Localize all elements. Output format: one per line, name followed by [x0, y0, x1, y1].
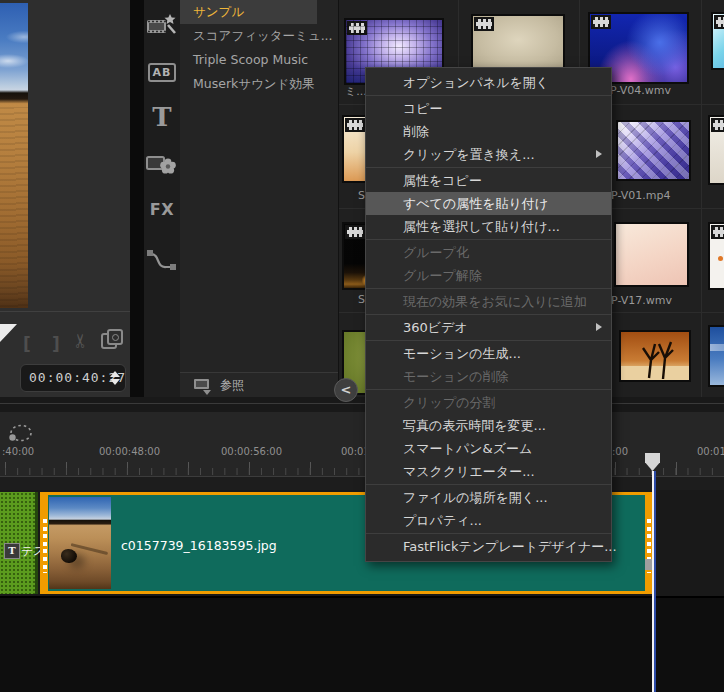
- menu-item-ungroup: グループ解除: [366, 264, 611, 287]
- menu-item-properties[interactable]: プロパティ...: [366, 509, 611, 532]
- loop-region-icon[interactable]: [8, 422, 34, 446]
- ruler-label: :40:00: [2, 446, 34, 457]
- video-film-badge-icon: [711, 225, 724, 239]
- video-film-badge-icon: [345, 225, 365, 239]
- menu-item-copy[interactable]: コピー: [366, 97, 611, 120]
- player-controls: [ ] ✂ 00:00:40:27: [0, 312, 130, 397]
- menu-separator: [366, 95, 611, 96]
- clip-filename: c0157739_16183595.jpg: [121, 538, 277, 553]
- category-item-sample[interactable]: サンプル: [180, 0, 317, 24]
- menu-item-replace-clip[interactable]: クリップを置き換え...: [366, 143, 611, 166]
- menu-item-360-video[interactable]: 360ビデオ: [366, 316, 611, 339]
- ruler-label: 00:00:48:00: [99, 446, 160, 457]
- menu-item-fastflick-template-designer[interactable]: FastFlickテンプレートデザイナー...: [366, 535, 611, 558]
- motion-tracking-icon[interactable]: [144, 248, 180, 282]
- category-item-muserk[interactable]: Muserkサウンド効果: [180, 72, 338, 96]
- menu-separator: [366, 389, 611, 390]
- trim-handle-dots: [43, 519, 47, 573]
- clip-context-menu: オプションパネルを開く コピー 削除 クリップを置き換え... 属性をコピー す…: [365, 67, 612, 562]
- menu-item-smart-pan-zoom[interactable]: スマートパン&ズーム: [366, 437, 611, 460]
- thumbnail-label-fragment: S: [358, 293, 365, 306]
- thumbnail-cream[interactable]: [471, 14, 565, 71]
- thumbnail-label: P-V04.wmv: [610, 84, 671, 97]
- thumbnail-label-fragment: ミ...: [345, 84, 367, 99]
- divider-line: [0, 403, 724, 404]
- transition-icon-glyph: AB: [148, 63, 176, 82]
- thumbnail-disco-diagonal[interactable]: [616, 120, 691, 181]
- video-film-badge-icon: [474, 17, 494, 31]
- menu-item-mask-creator[interactable]: マスククリエーター...: [366, 460, 611, 483]
- timeline-empty-area[interactable]: [0, 598, 724, 692]
- mark-in-button[interactable]: [: [23, 334, 31, 354]
- timecode-spin-down[interactable]: [110, 379, 120, 385]
- clip-thumbnail: [49, 497, 111, 589]
- browse-label: 参照: [220, 377, 244, 394]
- ruler-label: 00:00:56:00: [221, 446, 282, 457]
- category-item-triple-scoop[interactable]: Triple Scoop Music: [180, 48, 338, 72]
- thumbnail-label: P-V17.wmv: [611, 294, 672, 307]
- menu-item-open-file-location[interactable]: ファイルの場所を開く...: [366, 486, 611, 509]
- thumbnail-dead-trees[interactable]: [619, 330, 691, 382]
- menu-separator: [366, 533, 611, 534]
- submenu-arrow-icon: [596, 150, 602, 158]
- title-clip-type-icon: T: [4, 543, 20, 559]
- split-clip-scissors-icon[interactable]: ✂: [69, 333, 91, 349]
- video-film-badge-icon: [347, 21, 367, 35]
- overlay-icon[interactable]: [144, 152, 180, 186]
- menu-separator: [366, 239, 611, 240]
- submenu-arrow-icon: [596, 323, 602, 331]
- menu-item-paste-selected-attributes[interactable]: 属性を選択して貼り付け...: [366, 215, 611, 238]
- video-film-badge-icon: [591, 15, 611, 29]
- playhead-line-blue: [654, 471, 656, 692]
- clip-left-trim-handle[interactable]: [43, 495, 48, 591]
- title-icon-glyph: T: [152, 102, 171, 132]
- category-item-scorefitter[interactable]: スコアフィッターミュ...: [180, 24, 338, 48]
- menu-separator: [366, 167, 611, 168]
- copy-icon-front: [107, 329, 123, 345]
- thumbnail-white[interactable]: [708, 222, 724, 290]
- timeline-ruler[interactable]: :40:00 00:00:48:00 00:00:56:00 00:01: :0…: [0, 412, 724, 477]
- title-clip[interactable]: T テス: [0, 492, 38, 594]
- ruler-label: 00:01:1: [697, 446, 724, 457]
- fx-icon-glyph: FX: [150, 200, 174, 219]
- video-film-badge-icon: [711, 118, 724, 132]
- video-film-badge-icon: [714, 15, 724, 29]
- thumbnail-offwhite[interactable]: [708, 115, 724, 185]
- panel-divider: [130, 0, 144, 397]
- preview-panel: [0, 0, 132, 312]
- thumbnail-label-fragment: S: [358, 189, 365, 202]
- menu-item-generate-motion[interactable]: モーションの生成...: [366, 342, 611, 365]
- filter-fx-icon[interactable]: FX: [144, 200, 180, 234]
- instant-project-icon[interactable]: [144, 12, 180, 46]
- thumbnail-dot: [718, 256, 723, 261]
- sailing-stone: [61, 549, 77, 563]
- collapse-panel-button[interactable]: <: [334, 378, 358, 402]
- grid-divider: [701, 0, 702, 397]
- menu-item-delete[interactable]: 削除: [366, 120, 611, 143]
- timecode-spin-up[interactable]: [110, 371, 120, 377]
- ruler-minor-ticks: [0, 468, 724, 475]
- preview-video-frame: [0, 3, 28, 308]
- thumbnail-cyan[interactable]: [711, 12, 724, 70]
- thumbnail-label: P-V01.mp4: [611, 189, 670, 202]
- menu-separator: [366, 340, 611, 341]
- thumbnail-blue-sky[interactable]: [708, 325, 724, 387]
- menu-item-group: グループ化: [366, 241, 611, 264]
- menu-item-paste-all-attributes[interactable]: すべての属性を貼り付け: [366, 192, 611, 215]
- video-editor-window: [ ] ✂ 00:00:40:27 AB: [0, 0, 724, 692]
- trim-marker-icon[interactable]: [0, 324, 17, 342]
- library-category-list: サンプル スコアフィッターミュ... Triple Scoop Music Mu…: [180, 0, 338, 372]
- menu-item-change-photo-duration[interactable]: 写真の表示時間を変更...: [366, 414, 611, 437]
- timecode-field[interactable]: 00:00:40:27: [20, 364, 126, 392]
- timeline-gap: [0, 477, 724, 490]
- video-film-badge-icon: [345, 118, 365, 132]
- browse-bar[interactable]: 参照: [180, 372, 338, 398]
- thumbnail-pink[interactable]: [614, 222, 689, 287]
- menu-item-delete-motion: モーションの削除: [366, 365, 611, 388]
- menu-item-copy-attributes[interactable]: 属性をコピー: [366, 169, 611, 192]
- menu-item-open-options-panel[interactable]: オプションパネルを開く: [366, 71, 611, 94]
- mark-out-button[interactable]: ]: [52, 334, 60, 354]
- transition-icon[interactable]: AB: [144, 58, 180, 92]
- enlarge-preview-icon[interactable]: [101, 329, 121, 349]
- title-icon[interactable]: T: [144, 102, 180, 136]
